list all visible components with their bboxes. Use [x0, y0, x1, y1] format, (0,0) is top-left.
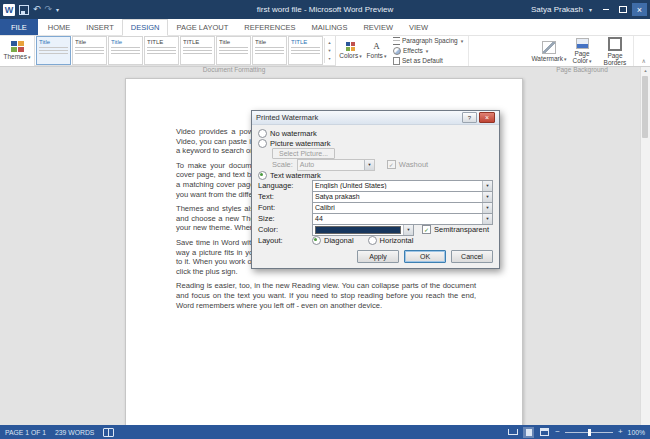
redo-icon[interactable]: ↷: [45, 5, 53, 14]
scroll-up-icon[interactable]: ▲: [641, 66, 650, 75]
style-set-item[interactable]: Title: [72, 36, 107, 65]
dialog-titlebar[interactable]: Printed Watermark ? ×: [252, 111, 499, 125]
paragraph-spacing-button[interactable]: Paragraph Spacing ▾: [393, 37, 463, 45]
gallery-down-icon[interactable]: ▼: [325, 46, 334, 54]
tab-review[interactable]: REVIEW: [355, 19, 401, 35]
tab-file[interactable]: FILE: [0, 19, 38, 35]
tab-references[interactable]: REFERENCES: [236, 19, 303, 35]
user-menu-caret-icon[interactable]: ▾: [589, 6, 592, 13]
dropdown-arrow-icon: ▼: [364, 160, 374, 170]
undo-icon[interactable]: ↶: [33, 5, 41, 14]
scale-combo[interactable]: Auto ▼: [297, 159, 375, 171]
close-button[interactable]: ×: [632, 3, 647, 16]
tab-page-layout[interactable]: PAGE LAYOUT: [168, 19, 236, 35]
quick-access-caret-icon[interactable]: ▾: [56, 6, 59, 13]
word-count[interactable]: 239 WORDS: [55, 429, 94, 436]
restore-icon: [619, 6, 627, 13]
read-mode-button[interactable]: [507, 427, 518, 438]
color-combo[interactable]: ▼: [312, 224, 414, 236]
signed-in-user[interactable]: Satya Prakash: [531, 5, 583, 14]
radio-icon: [368, 236, 377, 245]
read-mode-icon: [508, 429, 518, 435]
tab-view[interactable]: VIEW: [401, 19, 436, 35]
group-label-page-background: Page Background: [534, 66, 630, 74]
colors-button[interactable]: Colors▾: [339, 42, 362, 60]
themes-icon: [11, 41, 24, 52]
dialog-close-icon[interactable]: ×: [479, 112, 495, 123]
colors-caret-icon: ▾: [359, 53, 362, 59]
fonts-button[interactable]: A Fonts▾: [365, 42, 388, 60]
dialog-help-icon[interactable]: ?: [462, 112, 477, 123]
select-picture-button[interactable]: Select Picture...: [272, 148, 335, 159]
zoom-out-icon[interactable]: −: [555, 428, 560, 436]
checkbox-checked-icon: ✓: [387, 160, 396, 169]
web-layout-button[interactable]: [539, 427, 550, 438]
zoom-slider-thumb[interactable]: [588, 429, 591, 436]
tab-mailings[interactable]: MAILINGS: [304, 19, 356, 35]
page-color-icon: [576, 38, 589, 49]
minimize-button[interactable]: [598, 3, 613, 16]
horizontal-radio[interactable]: Horizontal: [368, 236, 414, 246]
web-layout-icon: [540, 428, 549, 436]
cancel-button[interactable]: Cancel: [451, 250, 493, 263]
tab-design[interactable]: DESIGN: [122, 19, 169, 36]
paragraph-spacing-caret-icon: ▾: [461, 38, 464, 44]
zoom-in-icon[interactable]: +: [618, 428, 623, 436]
dropdown-arrow-icon[interactable]: ▼: [482, 192, 492, 202]
washout-checkbox[interactable]: ✓ Washout: [387, 160, 428, 169]
tab-home[interactable]: HOME: [40, 19, 79, 35]
fonts-icon: A: [373, 42, 380, 51]
gallery-scroll-controls: ▲ ▼ ▾: [324, 38, 334, 63]
gallery-up-icon[interactable]: ▲: [325, 38, 334, 46]
radio-icon: [258, 139, 267, 148]
diagonal-radio[interactable]: Diagonal: [312, 236, 354, 246]
dropdown-arrow-icon[interactable]: ▼: [403, 225, 413, 235]
title-bar: W ↶ ↷ ▾ first word file - Microsoft Word…: [0, 0, 650, 19]
scrollbar-thumb[interactable]: [642, 76, 648, 138]
zoom-percentage[interactable]: 100%: [628, 429, 645, 436]
watermark-button[interactable]: Watermark▾: [534, 39, 564, 63]
style-set-item[interactable]: TITLE: [144, 36, 179, 65]
themes-caret-icon: ▾: [28, 54, 31, 60]
dropdown-arrow-icon[interactable]: ▼: [482, 203, 492, 213]
save-icon[interactable]: [19, 5, 29, 15]
color-label: Color:: [258, 225, 310, 234]
style-set-item[interactable]: Title: [108, 36, 143, 65]
style-set-item[interactable]: Title: [252, 36, 287, 65]
ribbon: Themes▾ Title Title Title TITLE: [0, 35, 650, 67]
no-watermark-radio[interactable]: No watermark: [258, 128, 493, 138]
zoom-slider[interactable]: [565, 432, 613, 433]
page-borders-button[interactable]: Page Borders: [600, 35, 630, 66]
proofing-status-icon[interactable]: [103, 428, 114, 437]
status-bar: PAGE 1 OF 1 239 WORDS − + 100%: [0, 425, 650, 439]
dropdown-arrow-icon[interactable]: ▼: [482, 181, 492, 191]
word-app-icon[interactable]: W: [3, 4, 15, 16]
fonts-caret-icon: ▾: [384, 53, 387, 59]
style-set-item[interactable]: Title: [216, 36, 251, 65]
collapse-ribbon-icon[interactable]: ∧: [642, 57, 646, 64]
style-set-item[interactable]: TITLE: [180, 36, 215, 65]
semitransparent-checkbox[interactable]: ✓ Semitransparent: [422, 225, 489, 234]
apply-button[interactable]: Apply: [357, 250, 399, 263]
tab-insert[interactable]: INSERT: [78, 19, 121, 35]
effects-button[interactable]: Effects ▾: [393, 47, 463, 55]
page-indicator[interactable]: PAGE 1 OF 1: [5, 429, 46, 436]
restore-button[interactable]: [615, 3, 630, 16]
group-label-document-formatting: Document Formatting: [3, 66, 465, 74]
text-watermark-radio[interactable]: Text watermark: [258, 170, 493, 180]
print-layout-button[interactable]: [523, 427, 534, 438]
ok-button[interactable]: OK: [404, 250, 446, 263]
paragraph[interactable]: Reading is easier, too, in the new Readi…: [176, 281, 476, 310]
style-set-item[interactable]: TITLE: [288, 36, 323, 65]
page-color-button[interactable]: Page Color▾: [567, 36, 597, 65]
vertical-scrollbar[interactable]: ▲: [640, 66, 650, 425]
themes-button[interactable]: Themes▾: [3, 41, 31, 61]
gallery-more-icon[interactable]: ▾: [325, 55, 334, 63]
dropdown-arrow-icon[interactable]: ▼: [482, 214, 492, 224]
picture-watermark-radio[interactable]: Picture watermark: [258, 138, 493, 148]
quick-access-toolbar: W ↶ ↷ ▾: [3, 4, 59, 16]
printed-watermark-dialog: Printed Watermark ? × No watermark Pictu…: [251, 110, 500, 269]
radio-icon: [258, 129, 267, 138]
set-as-default-button[interactable]: Set as Default: [393, 57, 463, 65]
style-set-item[interactable]: Title: [36, 36, 71, 65]
